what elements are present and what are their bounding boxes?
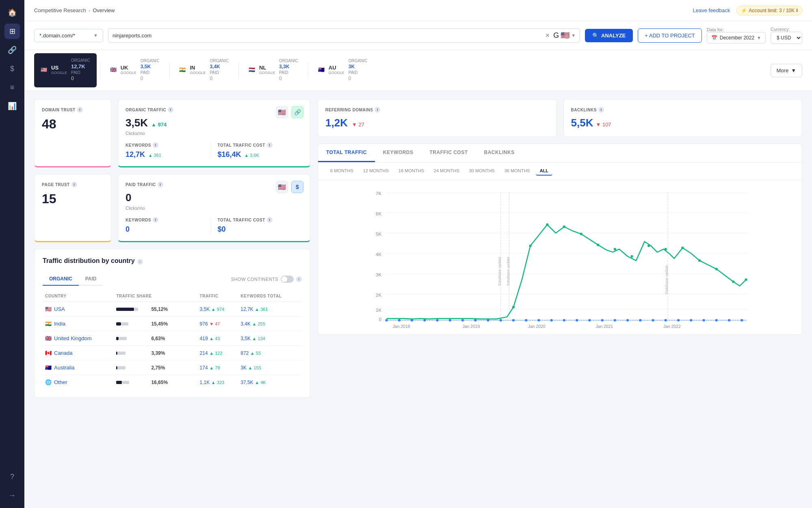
country-link-united kingdom[interactable]: 🇬🇧 United Kingdom [45, 335, 111, 341]
sidebar-item-home[interactable]: 🏠 [4, 5, 20, 20]
country-name-nl: NL [259, 65, 275, 71]
paid-traffic-value: 0 [126, 191, 131, 204]
analyze-button[interactable]: 🔍 ANALYZE [585, 29, 633, 42]
svg-point-33 [525, 319, 527, 321]
domain-pattern-text: *.domain.com/* [39, 33, 75, 39]
svg-point-63 [715, 268, 718, 270]
paid-info[interactable]: i [158, 182, 163, 187]
breadcrumb-parent[interactable]: Competitive Research [34, 7, 86, 13]
in-paid-label: PAID [210, 70, 229, 75]
organic-cost-label: TOTAL TRAFFIC COST i [218, 142, 303, 148]
referring-domains-info[interactable]: i [375, 107, 380, 113]
in-tab-metrics: ORGANIC 3,4K PAID 0 [210, 59, 229, 81]
paid-flag-dollar[interactable]: $ [291, 181, 303, 193]
leave-feedback-link[interactable]: Leave feedback [693, 7, 730, 13]
search-input[interactable] [113, 29, 542, 42]
currency-select[interactable]: $ USD [771, 32, 802, 44]
chart-tab-total-traffic[interactable]: TOTAL TRAFFIC [318, 144, 375, 162]
traffic-bar-empty [122, 381, 129, 384]
au-tab-metrics: ORGANIC 3K PAID 0 [349, 59, 368, 81]
country-tab-nl[interactable]: 🇳🇱 NL GOOGLE ORGANIC 3,3K PAID 0 [242, 54, 305, 87]
country-link-usa[interactable]: 🇺🇸 USA [45, 306, 111, 312]
sidebar-item-link[interactable]: 🔗 [4, 42, 20, 58]
country-tab-us[interactable]: 🇺🇸 US GOOGLE ORGANIC 12,7K PAID 0 [34, 53, 97, 87]
col-keywords-total: KEYWORDS TOTAL [238, 291, 302, 302]
cell-country: 🇬🇧 United Kingdom [43, 331, 114, 346]
paid-traffic-flags: 🇺🇸 $ [276, 181, 303, 193]
chart-tab-backlinks[interactable]: BACKLINKS [476, 144, 523, 162]
period-12m[interactable]: 12 MONTHS [359, 167, 393, 176]
traffic-bar-wrap: 2,75% [116, 365, 195, 371]
traffic-delta: ▲ 43 [209, 336, 220, 341]
kw-info[interactable]: i [153, 142, 158, 148]
period-all[interactable]: ALL [536, 167, 552, 176]
add-project-button[interactable]: + ADD TO PROJECT [638, 28, 702, 43]
cell-traffic-share: 15,45% [114, 317, 197, 331]
period-30m[interactable]: 30 MONTHS [465, 167, 499, 176]
country-link-canada[interactable]: 🇨🇦 Canada [45, 350, 111, 356]
period-24m[interactable]: 24 MONTHS [430, 167, 463, 176]
organic-flag-us[interactable]: 🇺🇸 [276, 106, 288, 118]
more-button[interactable]: More ▼ [771, 64, 803, 77]
paid-cost-info[interactable]: i [267, 217, 273, 223]
breadcrumb-separator: › [89, 7, 90, 13]
topbar-right: Leave feedback ⚡ Account limit: 3 / 10K … [693, 6, 802, 15]
show-continents-toggle-wrap: SHOW CONTINENTS i [231, 276, 302, 283]
data-for-select[interactable]: 📅 December 2022 ▼ [707, 32, 766, 43]
show-continents-toggle[interactable] [281, 276, 294, 283]
domain-pattern-select[interactable]: *.domain.com/* ▼ [34, 29, 103, 42]
svg-point-52 [529, 245, 531, 247]
currency-label: Currency: [771, 27, 802, 32]
country-link-australia[interactable]: 🇦🇺 Australia [45, 365, 111, 371]
continents-info[interactable]: i [296, 276, 302, 282]
chart-tab-traffic-cost[interactable]: TRAFFIC COST [422, 144, 476, 162]
sidebar-item-list[interactable]: ≡ [4, 80, 20, 95]
page-trust-value: 15 [42, 191, 104, 206]
country-flag: 🇮🇳 [45, 321, 52, 327]
in-organic-label: ORGANIC [210, 59, 229, 63]
domain-trust-info-icon[interactable]: i [77, 107, 83, 113]
svg-text:Jan 2019: Jan 2019 [462, 324, 480, 329]
in-paid-value: 0 [210, 76, 229, 81]
country-tab-au[interactable]: 🇦🇺 AU GOOGLE ORGANIC 3K PAID 0 [312, 54, 374, 87]
distribution-tabs: ORGANIC PAID [43, 273, 103, 286]
sidebar-item-help[interactable]: ? [4, 469, 20, 484]
sidebar-item-arrow[interactable]: → [4, 488, 20, 503]
sidebar-item-analytics[interactable]: ⊞ [4, 24, 20, 39]
country-tab-in[interactable]: 🇮🇳 IN GOOGLE ORGANIC 3,4K PAID 0 [173, 54, 235, 87]
backlinks-info[interactable]: i [598, 107, 604, 113]
period-18m[interactable]: 18 MONTHS [394, 167, 428, 176]
sidebar: 🏠 ⊞ 🔗 $ ≡ 📊 ? → [0, 0, 24, 508]
tab-organic[interactable]: ORGANIC [43, 273, 79, 286]
page-trust-info[interactable]: i [71, 182, 77, 187]
cost-info[interactable]: i [267, 142, 273, 148]
cell-traffic-share: 3,39% [114, 346, 197, 360]
distribution-info[interactable]: i [137, 259, 143, 265]
search-flags[interactable]: G 🇺🇸 ▼ [553, 31, 576, 40]
period-36m[interactable]: 36 MONTHS [500, 167, 534, 176]
us-tab-metrics: ORGANIC 12,7K PAID 0 [71, 58, 90, 81]
sidebar-item-chart[interactable]: 📊 [4, 98, 20, 114]
sidebar-item-dollar[interactable]: $ [4, 61, 20, 76]
breadcrumb-current: Overview [93, 7, 115, 13]
organic-traffic-info[interactable]: i [168, 107, 173, 113]
search-clear-icon[interactable]: ✕ [545, 32, 550, 39]
country-flag-au-tab: 🇦🇺 [318, 67, 325, 73]
country-link-other[interactable]: 🌐 Other [45, 379, 111, 385]
top-cards-row: DOMAIN TRUST i 48 🇺🇸 🔗 ORGANIC TRAFFIC [34, 99, 310, 167]
table-row: 🇦🇺 Australia 2,75% 174 ▲ 79 3K [43, 360, 302, 375]
referring-domains-delta: ▼ 27 [352, 122, 364, 128]
paid-kw-info[interactable]: i [153, 217, 158, 223]
paid-flag-us[interactable]: 🇺🇸 [276, 181, 288, 193]
cell-traffic-share: 16,65% [114, 375, 197, 390]
country-flag: 🇺🇸 [45, 306, 52, 312]
tab-paid[interactable]: PAID [79, 273, 103, 286]
organic-traffic-card: 🇺🇸 🔗 ORGANIC TRAFFIC i 3,5K ▲ 974 Clicks… [118, 99, 310, 167]
period-6m[interactable]: 6 MONTHS [326, 167, 357, 176]
second-cards-row: PAGE TRUST i 15 🇺🇸 $ PAID TRAFFIC i [34, 174, 310, 242]
chart-tab-keywords[interactable]: KEYWORDS [375, 144, 422, 162]
account-limit-badge[interactable]: ⚡ Account limit: 3 / 10K ℹ [736, 6, 802, 15]
country-tab-uk[interactable]: 🇬🇧 UK GOOGLE ORGANIC 3,5K PAID 0 [104, 54, 166, 87]
organic-flag-link[interactable]: 🔗 [291, 106, 303, 118]
country-link-india[interactable]: 🇮🇳 India [45, 321, 111, 327]
